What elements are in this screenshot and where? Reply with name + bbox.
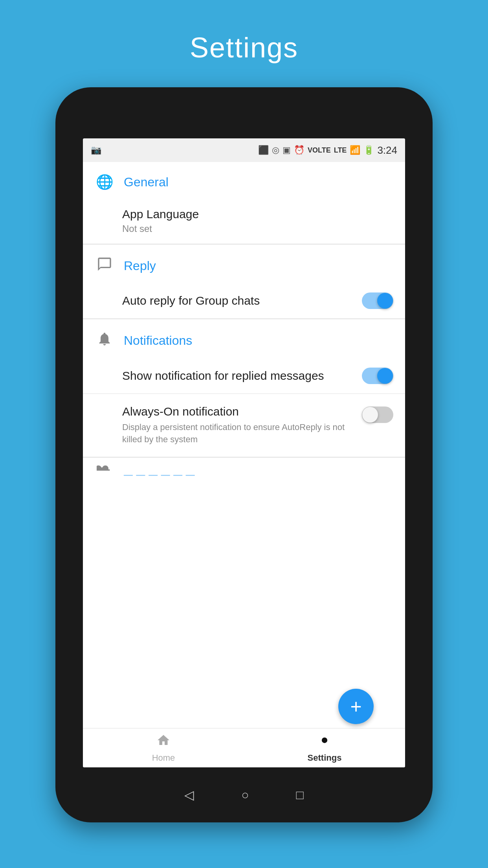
app-language-subtitle: Not set — [122, 223, 393, 234]
section-notifications: Notifications Show notification for repl… — [83, 319, 405, 457]
svg-point-1 — [323, 738, 327, 742]
globe-icon: 🌐 — [95, 174, 114, 190]
section-general-header: 🌐 General — [83, 162, 405, 198]
bottom-nav: Home Settings — [83, 728, 405, 767]
signal-icon: 📶 — [350, 145, 360, 155]
section-general: 🌐 General App Language Not set — [83, 162, 405, 244]
nav-settings-label: Settings — [308, 753, 342, 763]
show-notification-item[interactable]: Show notification for replied messages — [83, 358, 405, 394]
always-on-title: Always-On notification — [122, 405, 354, 418]
partial-section-header: ─ ─ ─ ─ ─ ─ — [83, 458, 405, 489]
nav-home-label: Home — [152, 753, 175, 763]
settings-nav-icon — [317, 733, 332, 750]
system-nav: ◁ ○ □ — [55, 779, 433, 811]
nav-settings[interactable]: Settings — [244, 733, 405, 763]
fab-button[interactable]: + — [338, 689, 374, 724]
show-notification-text: Show notification for replied messages — [122, 369, 354, 383]
battery-icon: 🔋 — [363, 145, 374, 155]
settings-content: 🌐 General App Language Not set — [83, 162, 405, 767]
always-on-item[interactable]: Always-On notification Display a persist… — [83, 394, 405, 457]
show-notification-toggle[interactable] — [362, 368, 393, 384]
camera-icon: 📷 — [91, 145, 101, 155]
always-on-toggle[interactable] — [362, 406, 393, 423]
alarm-icon: ⏰ — [294, 145, 305, 155]
nav-home[interactable]: Home — [83, 733, 244, 763]
status-icons-right: ⬛ ◎ ▣ ⏰ VOLTE LTE 📶 🔋 3:24 — [258, 144, 397, 156]
location-icon: ◎ — [272, 145, 279, 155]
section-notifications-header: Notifications — [83, 319, 405, 358]
app-language-title: App Language — [122, 208, 393, 221]
section-reply-header: Reply — [83, 245, 405, 283]
app-language-item[interactable]: App Language Not set — [83, 198, 405, 244]
auto-reply-group-item[interactable]: Auto reply for Group chats — [83, 283, 405, 319]
auto-reply-toggle-knob — [377, 293, 393, 309]
auto-reply-group-text: Auto reply for Group chats — [122, 294, 354, 307]
status-icons-left: 📷 — [91, 145, 101, 155]
auto-reply-group-title: Auto reply for Group chats — [122, 294, 354, 307]
cast-icon: ⬛ — [258, 145, 269, 155]
section-notifications-title: Notifications — [124, 333, 192, 348]
show-notification-title: Show notification for replied messages — [122, 369, 354, 383]
lte-badge: LTE — [334, 146, 347, 154]
home-button[interactable]: ○ — [241, 788, 249, 802]
auto-reply-toggle[interactable] — [362, 292, 393, 309]
status-time: 3:24 — [377, 144, 397, 156]
section-partial: ─ ─ ─ ─ ─ ─ — [83, 458, 405, 489]
always-on-subtitle: Display a persistent notification to ens… — [122, 421, 354, 446]
section-general-title: General — [124, 175, 169, 189]
partial-icon — [95, 465, 114, 485]
back-button[interactable]: ◁ — [184, 787, 194, 802]
page-title: Settings — [190, 31, 298, 64]
partial-title: ─ ─ ─ ─ ─ ─ — [124, 468, 194, 482]
phone-frame: 📷 ⬛ ◎ ▣ ⏰ VOLTE LTE 📶 🔋 3:24 🌐 General — [55, 87, 433, 822]
section-reply-title: Reply — [124, 259, 156, 273]
vibrate-icon: ▣ — [283, 145, 291, 155]
status-bar: 📷 ⬛ ◎ ▣ ⏰ VOLTE LTE 📶 🔋 3:24 — [83, 138, 405, 162]
section-reply: Reply Auto reply for Group chats — [83, 245, 405, 319]
always-on-knob — [362, 407, 378, 423]
always-on-text: Always-On notification Display a persist… — [122, 405, 354, 446]
home-icon — [156, 733, 171, 750]
volte-badge: VOLTE — [308, 146, 331, 154]
phone-screen: 📷 ⬛ ◎ ▣ ⏰ VOLTE LTE 📶 🔋 3:24 🌐 General — [83, 138, 405, 767]
chat-icon — [95, 256, 114, 275]
recent-button[interactable]: □ — [296, 788, 304, 802]
show-notification-knob — [377, 368, 393, 384]
app-language-text: App Language Not set — [122, 208, 393, 234]
bell-icon — [95, 331, 114, 350]
